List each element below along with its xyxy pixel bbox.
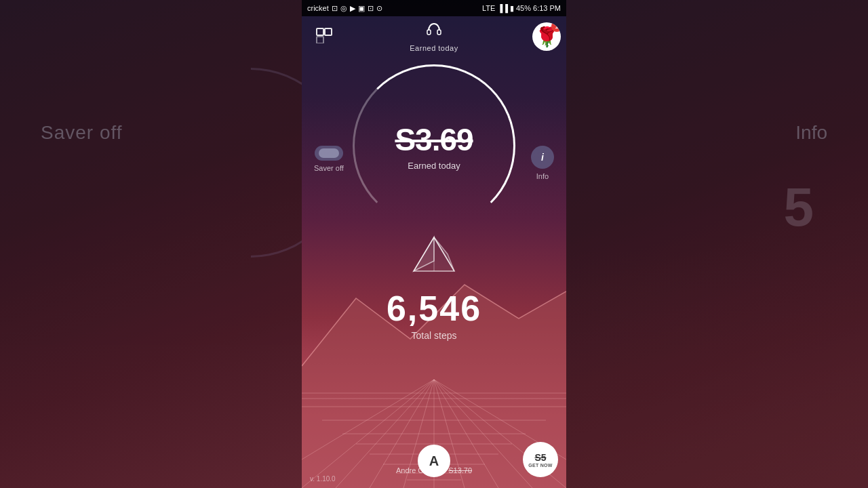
bg-left-panel: Saver off bbox=[0, 0, 305, 488]
svg-rect-24 bbox=[427, 30, 431, 35]
nav-avatar[interactable]: 🌹 1 bbox=[532, 22, 561, 51]
bg-left-arc bbox=[117, 28, 305, 297]
status-left: cricket ⊡ ◎ ▶ ▣ ⊡ ⊙ bbox=[307, 4, 382, 13]
cast-icon: ⊡ bbox=[368, 4, 374, 13]
calendar-icon: ▣ bbox=[358, 4, 365, 13]
main-circle-container: S3.69 Earned today bbox=[353, 64, 515, 227]
bg-right-mountain bbox=[563, 251, 868, 488]
svg-rect-23 bbox=[317, 37, 323, 43]
battery-percent: 45% bbox=[516, 4, 531, 12]
bg-right-panel: Info 5 bbox=[563, 0, 868, 488]
target-icon: ◎ bbox=[340, 4, 347, 13]
earned-today-label: Earned today bbox=[410, 44, 458, 52]
info-icon: i bbox=[541, 152, 544, 163]
oval-toggle[interactable] bbox=[315, 146, 343, 161]
location-icon: ⊙ bbox=[376, 4, 382, 13]
headphones-icon bbox=[425, 21, 443, 43]
svg-rect-21 bbox=[317, 28, 323, 35]
steps-label: Total steps bbox=[302, 330, 566, 341]
user-initial: A bbox=[429, 453, 439, 469]
get-now-amount: S5 bbox=[534, 452, 546, 463]
steps-container: 6,546 Total steps bbox=[302, 288, 566, 341]
nav-center[interactable]: Earned today bbox=[410, 21, 458, 52]
status-bar: cricket ⊡ ◎ ▶ ▣ ⊡ ⊙ LTE ▐▐ ▮ 45% 6:13 PM bbox=[302, 0, 566, 16]
user-avatar[interactable]: A bbox=[418, 445, 450, 477]
bg-right-info-text: Info bbox=[795, 122, 827, 144]
nav-left-icon[interactable] bbox=[315, 26, 333, 47]
earnings-amount: S3.69 bbox=[395, 121, 473, 158]
status-right: LTE ▐▐ ▮ 45% 6:13 PM bbox=[482, 4, 561, 13]
main-circle: S3.69 Earned today bbox=[353, 64, 515, 227]
top-nav: Earned today 🌹 1 bbox=[302, 16, 566, 57]
message-icon: ⊡ bbox=[332, 4, 338, 13]
pyramid-icon bbox=[407, 230, 461, 287]
time-display: 6:13 PM bbox=[533, 4, 561, 12]
steps-count: 6,546 bbox=[302, 288, 566, 329]
info-label: Info bbox=[536, 172, 549, 180]
notification-badge: 1 bbox=[551, 22, 561, 32]
bg-right-num: 5 bbox=[784, 176, 814, 239]
lte-text: LTE bbox=[482, 4, 495, 12]
info-circle-btn[interactable]: i bbox=[531, 146, 554, 169]
saver-off-button[interactable]: Saver off bbox=[314, 146, 344, 172]
svg-rect-25 bbox=[437, 30, 441, 35]
carrier-text: cricket bbox=[307, 4, 329, 12]
circle-earned-label: Earned today bbox=[408, 161, 460, 171]
saver-off-label: Saver off bbox=[314, 164, 344, 172]
signal-bars: ▐▐ bbox=[497, 4, 508, 12]
svg-rect-22 bbox=[325, 28, 332, 35]
bg-left-saver-text: Saver off bbox=[41, 122, 123, 144]
get-now-label: GET NOW bbox=[528, 463, 553, 468]
oval-toggle-inner bbox=[319, 148, 339, 158]
battery-icon: ▮ bbox=[510, 4, 514, 13]
phone-frame: cricket ⊡ ◎ ▶ ▣ ⊡ ⊙ LTE ▐▐ ▮ 45% 6:13 PM bbox=[302, 0, 566, 488]
get-now-button[interactable]: S5 GET NOW bbox=[523, 442, 558, 477]
video-icon: ▶ bbox=[350, 4, 355, 13]
info-button[interactable]: i Info bbox=[531, 146, 554, 180]
